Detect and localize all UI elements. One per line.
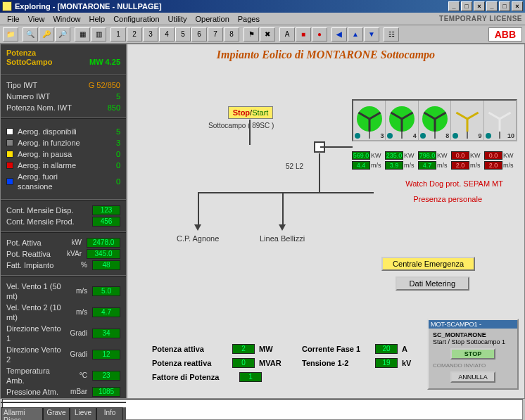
toolbar: 📁 🔍 🔑 🔎 ▦ ▥ 1 2 3 4 5 6 7 8 ⚑ ✖ A ■ ● ◀ …	[0, 25, 525, 44]
dati-metering-button[interactable]: Dati Metering	[396, 276, 469, 291]
minimize-button[interactable]: _	[448, 1, 460, 11]
menu-utility[interactable]: Utility	[164, 13, 191, 25]
cont-disp-value: 123	[92, 205, 120, 215]
sidebar: Potenza SottoCampo MW 4.25 Tipo IWTG 52/…	[0, 44, 127, 399]
tool-n4[interactable]: 4	[159, 27, 175, 42]
potnom-value: 850	[92, 103, 120, 113]
tool-n6[interactable]: 6	[191, 27, 207, 42]
tool-zoom-icon[interactable]: 🔎	[55, 27, 70, 42]
tool-n1[interactable]: 1	[110, 27, 126, 42]
alarm-header: Allarmi Riass. Grave Lieve Info	[1, 407, 126, 420]
turbine-value: 4.4	[352, 161, 370, 170]
dv1-label: Direzione Vento 1	[6, 324, 65, 343]
window-title: Exploring - [MONTARONE - NULLPAGE]	[15, 2, 162, 11]
tool-n8[interactable]: 8	[224, 27, 239, 42]
turbine-value: 235.0	[385, 151, 403, 160]
sidebar-title-2: SottoCampo	[6, 58, 52, 66]
tool-down-icon[interactable]: ▼	[364, 27, 379, 42]
tool-a-icon[interactable]: A	[279, 27, 295, 42]
num-iwt-value: 5	[92, 91, 120, 101]
sidebar-title-1: Potenza	[6, 49, 36, 57]
tamb-label: Temperatura Amb.	[6, 366, 65, 386]
patm-value: 1085	[92, 387, 120, 397]
dest-agnone: C.P. Agnone	[177, 234, 219, 243]
measurements: Potenza attiva 2 MW Corrente Fase 1 20 A…	[152, 342, 427, 384]
turbine-value: 0.0	[451, 151, 469, 160]
status-color-swatch	[6, 151, 13, 158]
turbine-9[interactable]: 9	[451, 101, 483, 140]
tool-up-icon[interactable]: ▲	[348, 27, 363, 42]
potenza-reattiva-value: 0	[232, 358, 255, 368]
inner-close-button[interactable]: ×	[512, 1, 523, 11]
tool-n5[interactable]: 5	[175, 27, 191, 42]
window-titlebar: Exploring - [MONTARONE - NULLPAGE] _ □ ×…	[0, 0, 525, 13]
canvas: Impianto Eolico di MONTARONE Sottocampo …	[127, 44, 525, 399]
abb-logo: ABB	[488, 27, 522, 42]
turbine-3[interactable]: 3	[353, 101, 386, 140]
status-label: Aerog. disponibili	[18, 127, 92, 136]
turbine-value: 4.7	[418, 161, 436, 170]
tool-circle-red-icon[interactable]: ●	[312, 27, 327, 42]
close-button[interactable]: ×	[474, 1, 485, 11]
status-label: Aerog. in pausa	[18, 149, 92, 159]
menu-help[interactable]: Help	[85, 13, 110, 25]
popup-sub: SC_MONTARONE	[433, 331, 513, 338]
tool-prev-icon[interactable]: ◀	[331, 27, 347, 42]
watchdog-text: Watch Dog prot. SEPAM MT	[405, 179, 503, 188]
page-title: Impianto Eolico di MONTARONE Sottocampo	[127, 44, 524, 63]
tool-x-icon[interactable]: ✖	[260, 27, 275, 42]
fattore-potenza-value: 1	[239, 372, 262, 382]
inner-maximize-button[interactable]: □	[499, 1, 510, 11]
turbine-8[interactable]: 8	[419, 101, 451, 140]
tool-n3[interactable]: 3	[143, 27, 158, 42]
status-value: 0	[92, 160, 120, 170]
inner-minimize-button[interactable]: _	[486, 1, 498, 11]
tensione-value: 19	[375, 358, 398, 368]
pot-reattiva-label: Pot. Reattiva	[6, 249, 60, 259]
menu-window[interactable]: Window	[49, 13, 84, 25]
license-badge: TEMPORARY LICENSE	[439, 15, 522, 23]
menu-view[interactable]: View	[24, 13, 49, 25]
menu-operation[interactable]: Operation	[191, 13, 233, 25]
main-area: Potenza SottoCampo MW 4.25 Tipo IWTG 52/…	[0, 44, 525, 399]
turbine-value: 569.0	[352, 151, 370, 160]
popup-annulla-button[interactable]: ANNULLA	[450, 371, 495, 383]
popup-stop-button[interactable]: STOP	[450, 348, 495, 359]
status-label: Aerog. in allarme	[18, 160, 92, 170]
pot-reattiva-value: 345.0	[87, 249, 120, 259]
potnom-label: Potenza Nom. IWT	[6, 103, 92, 113]
status-label: Aerog. fuori scansione	[18, 172, 92, 191]
menu-file[interactable]: File	[3, 13, 24, 25]
vv1-value: 5.0	[92, 286, 120, 296]
tool-key-icon[interactable]: 🔑	[39, 27, 54, 42]
menu-pages[interactable]: Pages	[234, 13, 264, 25]
sidebar-mw-value: MW 4.25	[89, 58, 120, 66]
turbine-10[interactable]: 10	[484, 101, 516, 140]
tipo-iwt-label: Tipo IWT	[6, 80, 89, 90]
tool-square-red-icon[interactable]: ■	[296, 27, 311, 42]
stop-start-button[interactable]: Stop/Start	[228, 106, 273, 119]
menu-configuration[interactable]: Configuration	[109, 13, 163, 25]
fatt-value: 48	[92, 260, 120, 270]
popup-cmd-text: COMANDO INVIATO	[433, 362, 513, 369]
maximize-button[interactable]: □	[461, 1, 472, 11]
centrale-emergenza-button[interactable]: Centrale Emergenza	[381, 257, 475, 271]
tool-n7[interactable]: 7	[208, 27, 223, 42]
turbine-4[interactable]: 4	[386, 101, 418, 140]
status-color-swatch	[6, 128, 13, 135]
potenza-attiva-value: 2	[232, 344, 255, 354]
tool-flag-icon[interactable]: ⚑	[243, 27, 259, 42]
tool-folder-icon[interactable]: 📁	[3, 27, 18, 42]
tamb-value: 23	[92, 371, 120, 381]
cont-disp-label: Cont. Mensile Disp.	[6, 205, 89, 215]
tool-grid2-icon[interactable]: ▥	[91, 27, 106, 42]
tool-grid1-icon[interactable]: ▦	[75, 27, 90, 42]
status-value: 0	[92, 177, 120, 186]
status-value: 0	[92, 149, 120, 159]
fatt-label: Fatt. Impianto	[6, 260, 65, 270]
tool-n2[interactable]: 2	[127, 27, 142, 42]
status-list: Aerog. disponibili5Aerog. in funzione3Ae…	[1, 123, 126, 195]
status-value: 3	[92, 138, 120, 148]
tool-find-icon[interactable]: 🔍	[23, 27, 38, 42]
tool-chart-icon[interactable]: ☷	[384, 27, 399, 42]
